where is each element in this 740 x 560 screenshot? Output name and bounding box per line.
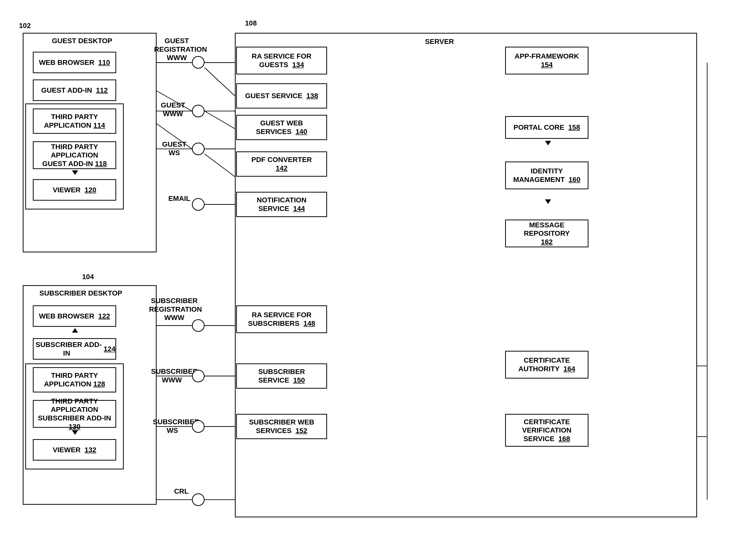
- ref-104-label: 104: [82, 272, 94, 281]
- third-party-app-subscriber-add-in-130-box: THIRD PARTYAPPLICATIONSUBSCRIBER ADD-IN …: [33, 400, 116, 428]
- svg-line-10: [205, 154, 235, 177]
- viewer-120-box: VIEWER 120: [33, 179, 116, 201]
- subscriber-ws-circle: [192, 420, 205, 433]
- arrow-portal-to-identity: [545, 141, 551, 145]
- ref-102-label: 102: [19, 21, 31, 30]
- arrow-identity-to-message: [545, 199, 551, 204]
- arrow-124-to-122: [72, 328, 78, 333]
- email-circle: [192, 198, 205, 211]
- web-browser-122-box: WEB BROWSER 122: [33, 305, 116, 327]
- subscriber-ws-label: SUBSCRIBERWS: [153, 418, 192, 435]
- subscriber-registration-www-circle: [192, 319, 205, 332]
- web-browser-110-box: WEB BROWSER 110: [33, 52, 116, 73]
- subscriber-registration-www-label: SUBSCRIBERREGISTRATIONWWW: [149, 297, 199, 322]
- arrow-118-to-120: [72, 171, 78, 175]
- notification-service-144-box: NOTIFICATIONSERVICE 144: [236, 192, 327, 217]
- guest-www-circle: [192, 105, 205, 117]
- subscriber-www-circle: [192, 370, 205, 382]
- crl-circle: [192, 493, 205, 506]
- email-label: EMAIL: [167, 194, 192, 203]
- viewer-132-box: VIEWER 132: [33, 439, 116, 461]
- subscriber-www-label: SUBSCRIBERWWW: [151, 367, 193, 384]
- guest-add-in-112-box: GUEST ADD-IN 112: [33, 80, 116, 101]
- app-framework-154-box: APP-FRAMEWORK154: [505, 47, 588, 75]
- svg-line-8: [205, 111, 235, 129]
- certificate-verification-168-box: CERTIFICATEVERIFICATIONSERVICE 168: [505, 414, 588, 447]
- message-repository-162-box: MESSAGEREPOSITORY162: [505, 220, 588, 247]
- ra-service-subscribers-148-box: RA SERVICE FORSUBSCRIBERS 148: [236, 305, 327, 333]
- subscriber-add-in-124-box: SUBSCRIBER ADD-IN 124: [33, 338, 116, 360]
- ra-service-guests-134-box: RA SERVICE FORGUESTS 134: [236, 47, 327, 75]
- identity-management-160-box: IDENTITYMANAGEMENT 160: [505, 161, 588, 189]
- third-party-app-guest-add-in-118-box: THIRD PARTYAPPLICATIONGUEST ADD-IN 118: [33, 141, 116, 169]
- certificate-authority-164-box: CERTIFICATEAUTHORITY 164: [505, 351, 588, 378]
- guest-desktop-label: GUEST DESKTOP: [47, 36, 117, 45]
- arrow-130-to-132: [72, 430, 78, 435]
- guest-ws-label: GUESTWS: [160, 140, 188, 157]
- pdf-converter-142-box: PDF CONVERTER142: [236, 151, 327, 177]
- server-label: SERVER: [417, 37, 462, 46]
- subscriber-service-150-box: SUBSCRIBERSERVICE 150: [236, 363, 327, 388]
- guest-ws-circle: [192, 142, 205, 155]
- subscriber-desktop-label: SUBSCRIBER DESKTOP: [38, 289, 124, 298]
- ref-108-label: 108: [245, 19, 257, 27]
- crl-label: CRL: [169, 487, 194, 496]
- svg-line-7: [205, 68, 235, 96]
- third-party-app-128-box: THIRD PARTYAPPLICATION 128: [33, 367, 116, 393]
- guest-service-138-box: GUEST SERVICE 138: [236, 83, 327, 109]
- guest-registration-www-circle: [192, 56, 205, 69]
- guest-registration-www-label: GUESTREGISTRATIONWWW: [154, 36, 199, 62]
- third-party-app-114-box: THIRD PARTYAPPLICATION 114: [33, 109, 116, 134]
- portal-core-158-box: PORTAL CORE 158: [505, 116, 588, 139]
- diagram: 102 GUEST DESKTOP WEB BROWSER 110 GUEST …: [0, 0, 740, 560]
- guest-www-label: GUESTWWW: [157, 101, 189, 118]
- subscriber-web-services-152-box: SUBSCRIBER WEBSERVICES 152: [236, 414, 327, 439]
- guest-web-services-140-box: GUEST WEBSERVICES 140: [236, 115, 327, 140]
